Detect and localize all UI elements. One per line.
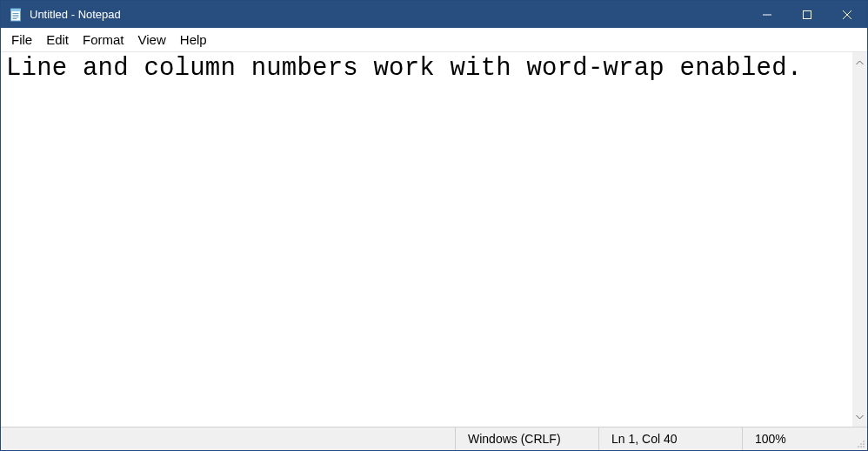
app-window: Untitled - Notepad File Edit Format View…	[0, 0, 868, 451]
svg-rect-7	[804, 10, 811, 18]
titlebar[interactable]: Untitled - Notepad	[1, 1, 867, 28]
svg-line-8	[843, 10, 851, 19]
menu-format[interactable]: Format	[76, 30, 131, 49]
menu-edit[interactable]: Edit	[39, 30, 76, 49]
svg-point-10	[863, 441, 865, 442]
svg-point-14	[860, 446, 862, 448]
svg-line-9	[843, 10, 851, 19]
menu-view[interactable]: View	[131, 30, 173, 49]
status-blank	[1, 427, 455, 450]
notepad-icon	[7, 6, 24, 24]
status-line-ending-text: Windows (CRLF)	[468, 432, 561, 446]
status-cursor-position: Ln 1, Col 40	[598, 427, 742, 450]
svg-rect-1	[11, 9, 21, 11]
svg-point-15	[863, 446, 865, 448]
statusbar: Windows (CRLF) Ln 1, Col 40 100%	[1, 427, 867, 450]
status-zoom: 100%	[742, 427, 855, 450]
resize-grip-icon[interactable]	[855, 427, 867, 450]
vertical-scrollbar[interactable]	[852, 52, 867, 427]
menu-file[interactable]: File	[4, 30, 39, 49]
menu-help[interactable]: Help	[173, 30, 214, 49]
text-editor[interactable]: Line and column numbers work with word-w…	[1, 52, 852, 427]
close-button[interactable]	[827, 1, 867, 28]
svg-point-12	[863, 443, 865, 445]
window-controls	[747, 1, 867, 28]
scroll-up-icon[interactable]	[852, 55, 867, 70]
svg-point-13	[858, 446, 859, 448]
editor-area: Line and column numbers work with word-w…	[1, 52, 867, 427]
status-cursor-position-text: Ln 1, Col 40	[611, 432, 678, 446]
menubar: File Edit Format View Help	[1, 28, 867, 52]
maximize-button[interactable]	[787, 1, 827, 28]
minimize-button[interactable]	[747, 1, 787, 28]
status-zoom-text: 100%	[755, 432, 786, 446]
svg-point-11	[860, 443, 862, 445]
status-line-ending: Windows (CRLF)	[455, 427, 598, 450]
scroll-down-icon[interactable]	[852, 409, 867, 424]
window-title: Untitled - Notepad	[30, 8, 121, 21]
